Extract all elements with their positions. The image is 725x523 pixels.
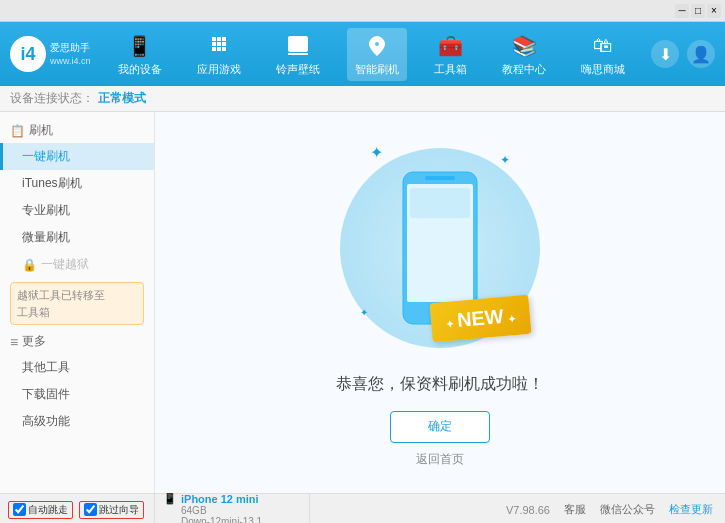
download-button[interactable]: ⬇ xyxy=(651,40,679,68)
wechat-official-link[interactable]: 微信公众号 xyxy=(600,502,655,517)
logo: i4 爱思助手 www.i4.cn xyxy=(10,36,100,72)
apps-icon xyxy=(205,32,233,60)
confirm-button[interactable]: 确定 xyxy=(390,411,490,443)
status-value: 正常模式 xyxy=(98,90,146,107)
sparkle-2: ✦ xyxy=(500,153,510,167)
header: i4 爱思助手 www.i4.cn 📱 我的设备 应用游戏 铃声壁纸 智 xyxy=(0,22,725,86)
music-icon xyxy=(284,32,312,60)
flash-icon xyxy=(363,32,391,60)
store-icon: 🛍 xyxy=(589,32,617,60)
status-label: 设备连接状态： xyxy=(10,90,94,107)
auto-jump-checkbox[interactable] xyxy=(13,503,26,516)
sidebar-section-flash[interactable]: 📋 刷机 xyxy=(0,118,154,143)
logo-text: 爱思助手 www.i4.cn xyxy=(50,41,91,68)
return-link[interactable]: 返回首页 xyxy=(416,451,464,468)
sidebar-item-advanced[interactable]: 高级功能 xyxy=(0,408,154,435)
header-right: ⬇ 👤 xyxy=(651,40,715,68)
phone-icon-bottom: 📱 xyxy=(163,492,177,505)
nav-smart-flash[interactable]: 智能刷机 xyxy=(347,28,407,81)
sidebar-item-one-key-flash[interactable]: 一键刷机 xyxy=(0,143,154,170)
bottom-device-info: 📱 iPhone 12 mini 64GB Down-12mini-13.1 xyxy=(155,494,310,523)
svg-rect-5 xyxy=(410,188,470,218)
customer-service-link[interactable]: 客服 xyxy=(564,502,586,517)
nav-bar: 📱 我的设备 应用游戏 铃声壁纸 智能刷机 🧰 工具箱 📚 xyxy=(100,28,643,81)
minimize-button[interactable]: ─ xyxy=(675,4,689,18)
user-button[interactable]: 👤 xyxy=(687,40,715,68)
title-bar: ─ □ × xyxy=(0,0,725,22)
svg-rect-0 xyxy=(288,36,308,52)
sidebar-section-more: ≡ 更多 xyxy=(0,329,154,354)
svg-rect-3 xyxy=(425,176,455,180)
nav-tutorial[interactable]: 📚 教程中心 xyxy=(494,28,554,81)
nav-apps-games[interactable]: 应用游戏 xyxy=(189,28,249,81)
phone-illustration: ✦ ✦ ✦ NEW xyxy=(340,138,540,358)
phone-icon: 📱 xyxy=(126,32,154,60)
success-text: 恭喜您，保资料刷机成功啦！ xyxy=(336,374,544,395)
main-layout: 📋 刷机 一键刷机 iTunes刷机 专业刷机 微量刷机 🔒 一键越狱 越狱工具… xyxy=(0,112,725,493)
device-storage: 64GB xyxy=(181,505,207,516)
more-icon: ≡ xyxy=(10,334,18,350)
device-firmware: Down-12mini-13.1 xyxy=(181,516,262,523)
skip-wizard-checkbox[interactable] xyxy=(84,503,97,516)
sidebar: 📋 刷机 一键刷机 iTunes刷机 专业刷机 微量刷机 🔒 一键越狱 越狱工具… xyxy=(0,112,155,493)
version-label: V7.98.66 xyxy=(506,504,550,516)
nav-store[interactable]: 🛍 嗨思商城 xyxy=(573,28,633,81)
device-name: iPhone 12 mini xyxy=(181,493,259,505)
toolbox-icon: 🧰 xyxy=(437,32,465,60)
lock-icon: 🔒 xyxy=(22,258,37,272)
sidebar-hint-box: 越狱工具已转移至 工具箱 xyxy=(10,282,144,325)
bottom-area: 自动跳走 跳过向导 📱 iPhone 12 mini 64GB Down-12m… xyxy=(0,493,725,523)
new-badge: NEW xyxy=(430,294,532,341)
sidebar-item-other-tools[interactable]: 其他工具 xyxy=(0,354,154,381)
bottom-right-links: V7.98.66 客服 微信公众号 检查更新 xyxy=(310,494,725,523)
sidebar-item-itunes-flash[interactable]: iTunes刷机 xyxy=(0,170,154,197)
nav-my-device[interactable]: 📱 我的设备 xyxy=(110,28,170,81)
sidebar-section-flash-label: 刷机 xyxy=(29,122,53,139)
auto-jump-checkbox-label[interactable]: 自动跳走 xyxy=(8,501,73,519)
sidebar-item-download-firmware[interactable]: 下载固件 xyxy=(0,381,154,408)
logo-icon: i4 xyxy=(10,36,46,72)
maximize-button[interactable]: □ xyxy=(691,4,705,18)
bottom-checkboxes: 自动跳走 跳过向导 xyxy=(0,494,155,523)
skip-wizard-checkbox-label[interactable]: 跳过向导 xyxy=(79,501,144,519)
content-area: ✦ ✦ ✦ NEW 恭喜您，保资料刷机成功啦！ 确定 返回首页 xyxy=(155,112,725,493)
status-bar: 设备连接状态： 正常模式 xyxy=(0,86,725,112)
sidebar-more-label: 更多 xyxy=(22,333,46,350)
sidebar-item-pro-flash[interactable]: 专业刷机 xyxy=(0,197,154,224)
nav-toolbox[interactable]: 🧰 工具箱 xyxy=(426,28,475,81)
bottom-top-row: 自动跳走 跳过向导 📱 iPhone 12 mini 64GB Down-12m… xyxy=(0,494,725,523)
sparkle-3: ✦ xyxy=(360,307,368,318)
check-update-link[interactable]: 检查更新 xyxy=(669,502,713,517)
sidebar-item-jailbreak-disabled: 🔒 一键越狱 xyxy=(0,251,154,278)
flash-section-icon: 📋 xyxy=(10,124,25,138)
close-button[interactable]: × xyxy=(707,4,721,18)
sparkle-1: ✦ xyxy=(370,143,383,162)
nav-ringtone[interactable]: 铃声壁纸 xyxy=(268,28,328,81)
sidebar-item-micro-flash[interactable]: 微量刷机 xyxy=(0,224,154,251)
book-icon: 📚 xyxy=(510,32,538,60)
